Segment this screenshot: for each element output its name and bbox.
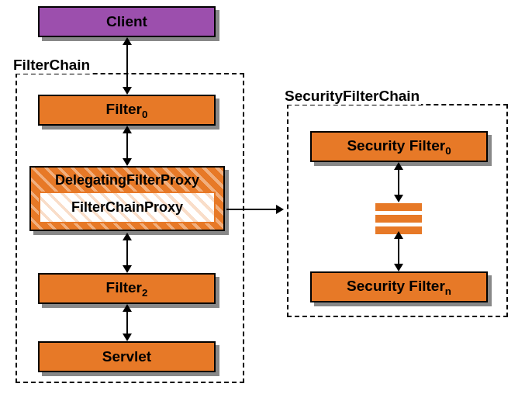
arrow-filter0-dfp [126, 127, 128, 164]
client-label: Client [106, 13, 147, 30]
arrow-dfp-filter2 [126, 234, 128, 271]
filter0-label: Filter0 [106, 101, 148, 120]
servlet-label: Servlet [102, 348, 151, 365]
security-filterchain-label: SecurityFilterChain [283, 88, 421, 105]
arrow-client-filter0 [126, 39, 128, 93]
arrow-sf0-stack [398, 164, 399, 201]
delegating-filter-proxy-box: DelegatingFilterProxy FilterChainProxy [29, 166, 225, 231]
security-filter-n-box: Security Filtern [310, 271, 488, 302]
filter2-label: Filter2 [106, 279, 148, 299]
filter-chain-proxy-box: FilterChainProxy [39, 192, 216, 223]
fcp-label: FilterChainProxy [71, 199, 183, 215]
security-filter-0-box: Security Filter0 [310, 131, 488, 162]
arrow-fcp-security [226, 209, 282, 210]
arrow-stack-sfn [398, 233, 399, 270]
filter0-box: Filter0 [38, 95, 216, 126]
filter2-box: Filter2 [38, 273, 216, 304]
servlet-box: Servlet [38, 341, 216, 372]
filterchain-label: FilterChain [12, 57, 92, 74]
client-box: Client [38, 6, 216, 37]
dfp-label: DelegatingFilterProxy [31, 168, 223, 192]
arrow-filter2-servlet [126, 306, 128, 340]
sfn-label: Security Filtern [347, 278, 451, 297]
sf0-label: Security Filter0 [347, 137, 451, 157]
